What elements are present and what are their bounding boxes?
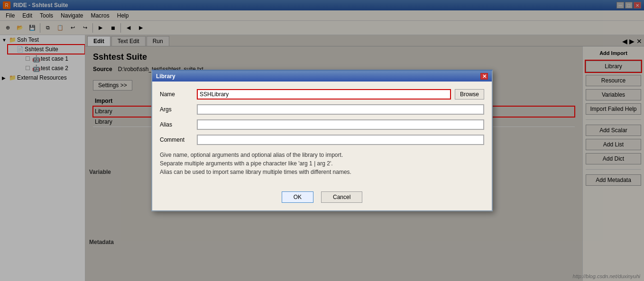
library-dialog: Library ✕ Name Browse Args Alias Comment <box>151 70 493 211</box>
modal-comment-row: Comment <box>160 135 484 145</box>
modal-alias-label: Alias <box>160 121 193 128</box>
modal-overlay: Library ✕ Name Browse Args Alias Comment <box>0 0 644 281</box>
modal-comment-input[interactable] <box>197 135 484 145</box>
modal-comment-label: Comment <box>160 136 193 143</box>
modal-close-button[interactable]: ✕ <box>480 73 488 80</box>
modal-alias-input[interactable] <box>197 119 484 130</box>
modal-args-row: Args <box>160 104 484 115</box>
modal-footer: OK Cancel <box>152 188 492 210</box>
modal-title: Library <box>156 73 175 80</box>
modal-name-label: Name <box>160 91 193 98</box>
modal-args-label: Args <box>160 106 193 113</box>
modal-name-input[interactable] <box>197 89 451 100</box>
modal-name-row: Name Browse <box>160 89 484 100</box>
modal-help-text: Give name, optional arguments and option… <box>160 151 484 176</box>
modal-body: Name Browse Args Alias Comment Give name <box>152 82 492 188</box>
modal-browse-button[interactable]: Browse <box>455 89 484 100</box>
modal-cancel-button[interactable]: Cancel <box>321 191 362 203</box>
modal-ok-button[interactable]: OK <box>282 191 313 203</box>
modal-title-bar: Library ✕ <box>152 71 492 82</box>
modal-args-input[interactable] <box>197 104 484 115</box>
modal-alias-row: Alias <box>160 119 484 130</box>
